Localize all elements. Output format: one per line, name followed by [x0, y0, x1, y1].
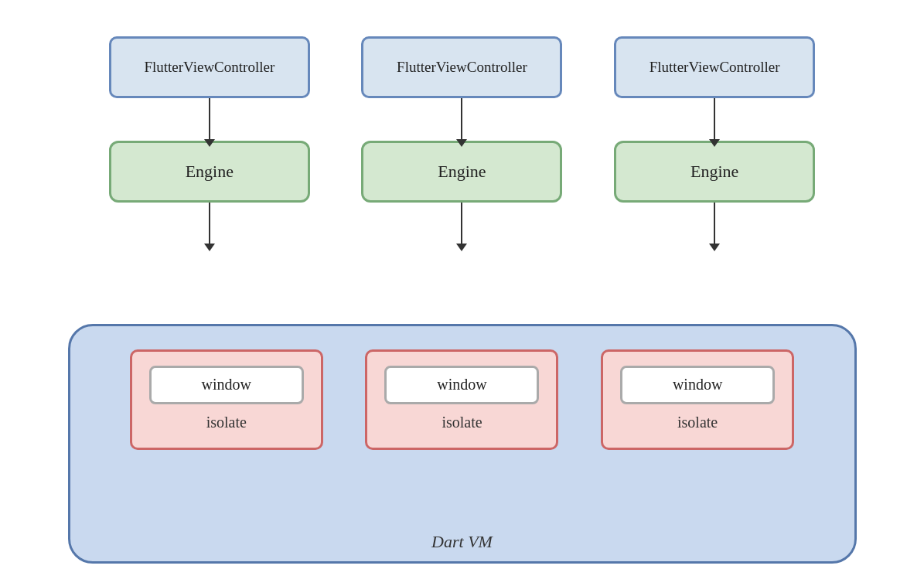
- isolate-box-3: window isolate: [601, 349, 794, 450]
- flutter-vc-2: FlutterViewController: [361, 36, 562, 98]
- diagram: FlutterViewController Engine FlutterView…: [37, 15, 888, 571]
- isolate-label-2: isolate: [442, 411, 482, 434]
- isolate-box-1: window isolate: [130, 349, 323, 450]
- column-2: FlutterViewController Engine: [353, 15, 570, 245]
- isolate-col-1: window isolate: [130, 349, 323, 450]
- dart-vm-inner: window isolate window isolate: [70, 326, 854, 561]
- arrow-engine-2: [461, 203, 462, 245]
- arrow-1: [209, 98, 210, 141]
- isolate-label-3: isolate: [677, 411, 718, 434]
- isolate-col-3: window isolate: [601, 349, 794, 450]
- isolate-label-1: isolate: [206, 411, 247, 434]
- top-columns: FlutterViewController Engine FlutterView…: [37, 15, 888, 347]
- engine-3: Engine: [614, 141, 815, 203]
- window-2: window: [384, 366, 539, 404]
- window-3: window: [620, 366, 775, 404]
- engine-1: Engine: [109, 141, 310, 203]
- arrow-2: [461, 98, 462, 141]
- dart-vm-label: Dart VM: [431, 532, 493, 552]
- flutter-vc-1: FlutterViewController: [109, 36, 310, 98]
- flutter-vc-3: FlutterViewController: [614, 36, 815, 98]
- arrow-engine-1: [209, 203, 210, 245]
- arrow-3: [714, 98, 715, 141]
- column-1: FlutterViewController Engine: [101, 15, 318, 245]
- isolate-box-2: window isolate: [365, 349, 558, 450]
- column-3: FlutterViewController Engine: [606, 15, 823, 245]
- engine-2: Engine: [361, 141, 562, 203]
- isolate-col-2: window isolate: [365, 349, 558, 450]
- arrow-engine-3: [714, 203, 715, 245]
- dart-vm-container: window isolate window isolate: [68, 324, 857, 564]
- window-1: window: [149, 366, 304, 404]
